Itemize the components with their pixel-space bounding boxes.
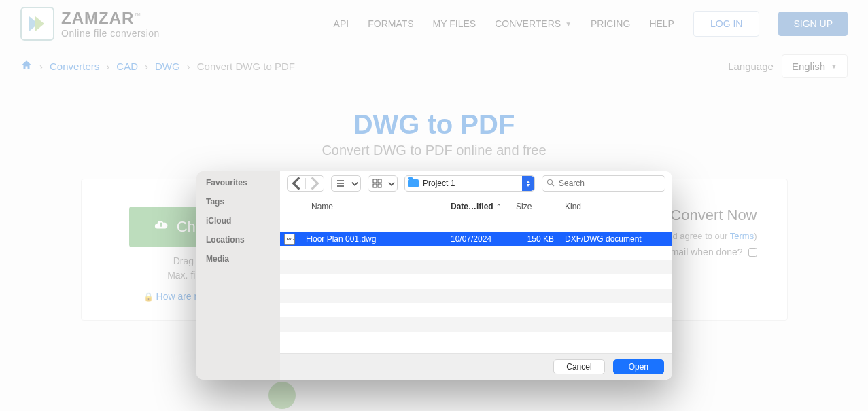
file-open-dialog: Favourites Tags iCloud Locations Media <box>196 171 672 380</box>
search-input[interactable] <box>559 179 661 188</box>
view-mode <box>331 175 361 192</box>
open-button[interactable]: Open <box>613 359 664 374</box>
list-view-button[interactable] <box>332 176 349 191</box>
group-button[interactable] <box>368 176 386 191</box>
col-size[interactable]: Size <box>510 199 559 214</box>
svg-point-6 <box>548 179 553 184</box>
svg-rect-4 <box>373 184 377 187</box>
col-date[interactable]: Date…ified ⌃ <box>445 199 510 214</box>
sidebar-tags[interactable]: Tags <box>206 197 271 207</box>
dialog-sidebar: Favourites Tags iCloud Locations Media <box>196 171 280 380</box>
svg-rect-5 <box>378 184 381 187</box>
file-name: Floor Plan 001.dwg <box>300 234 445 244</box>
svg-rect-2 <box>373 179 377 183</box>
file-size: 150 KB <box>510 234 559 244</box>
sidebar-icloud[interactable]: iCloud <box>206 216 271 226</box>
updown-icon: ▲▼ <box>522 176 534 191</box>
file-type-icon: DWG <box>280 234 300 245</box>
sidebar-favourites[interactable]: Favourites <box>206 178 271 187</box>
file-row[interactable]: DWG Floor Plan 001.dwg 10/07/2024 150 KB… <box>280 232 672 246</box>
view-menu-button[interactable] <box>349 176 360 191</box>
dialog-main: Project 1 ▲▼ Name Date…ified ⌃ Size Kind… <box>280 171 672 380</box>
col-name[interactable]: Name <box>280 199 445 214</box>
file-date: 10/07/2024 <box>445 234 510 244</box>
file-kind: DXF/DWG document <box>559 234 672 244</box>
back-button[interactable] <box>288 176 305 191</box>
group-menu-button[interactable] <box>386 176 397 191</box>
nav-back-forward <box>287 175 324 192</box>
group-mode <box>368 175 398 192</box>
folder-name: Project 1 <box>423 179 455 188</box>
sort-asc-icon: ⌃ <box>496 203 502 210</box>
dialog-footer: Cancel Open <box>280 353 672 380</box>
sidebar-media[interactable]: Media <box>206 254 271 264</box>
folder-path-dropdown[interactable]: Project 1 ▲▼ <box>404 175 535 192</box>
dialog-toolbar: Project 1 ▲▼ <box>280 171 672 196</box>
sidebar-locations[interactable]: Locations <box>206 235 271 245</box>
svg-rect-3 <box>378 179 381 183</box>
search-field[interactable] <box>542 175 665 192</box>
col-kind[interactable]: Kind <box>559 199 672 214</box>
file-list: DWG Floor Plan 001.dwg 10/07/2024 150 KB… <box>280 217 672 353</box>
search-icon <box>546 179 555 189</box>
folder-icon <box>408 179 419 187</box>
cancel-button[interactable]: Cancel <box>553 359 604 374</box>
column-headers: Name Date…ified ⌃ Size Kind <box>280 196 672 217</box>
forward-button[interactable] <box>306 176 324 191</box>
